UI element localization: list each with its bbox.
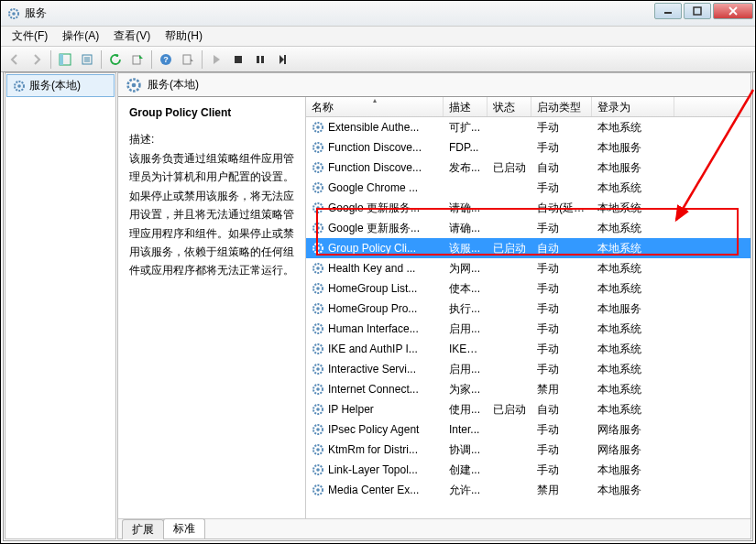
svg-point-33 [316, 206, 320, 210]
refresh-button[interactable] [105, 49, 126, 70]
table-row[interactable]: Interactive Servi...启用...手动本地系统 [306, 359, 751, 379]
cell-startup: 手动 [531, 442, 592, 458]
list-body[interactable]: Extensible Authe...可扩...手动本地系统Function D… [306, 117, 751, 518]
cell-name: IP Helper [328, 403, 374, 416]
col-header-name[interactable]: 名称▴ [306, 97, 444, 116]
col-header-status[interactable]: 状态 [488, 97, 531, 116]
gear-icon [312, 181, 324, 194]
svg-point-1 [12, 12, 16, 16]
table-row[interactable]: IPsec Policy AgentInter...手动网络服务 [306, 419, 751, 440]
cell-desc: 创建... [444, 462, 488, 478]
show-hide-tree-button[interactable] [55, 49, 75, 70]
maximize-button[interactable] [684, 3, 711, 19]
table-row[interactable]: Function Discove...FDP...手动本地服务 [306, 137, 751, 158]
cell-logon: 本地系统 [592, 362, 674, 377]
tab-extended[interactable]: 扩展 [122, 519, 164, 539]
svg-point-47 [316, 347, 320, 351]
back-button[interactable] [5, 49, 25, 70]
cell-startup: 手动 [531, 342, 592, 357]
table-row[interactable]: Health Key and ...为网...手动本地系统 [306, 258, 751, 278]
content-title: 服务(本地) [148, 77, 199, 92]
cell-desc: 为网... [444, 261, 488, 277]
tab-standard[interactable]: 标准 [163, 518, 205, 539]
close-button[interactable] [713, 3, 753, 19]
cell-desc: 启用... [444, 362, 488, 377]
svg-point-35 [316, 226, 320, 230]
table-row[interactable]: Extensible Authe...可扩...手动本地系统 [306, 117, 751, 137]
table-row[interactable]: Internet Connect...为家...禁用本地系统 [306, 379, 751, 399]
table-row[interactable]: Media Center Ex...允许...禁用本地服务 [306, 480, 751, 500]
menu-file[interactable]: 文件(F) [5, 27, 55, 46]
window-title: 服务 [25, 5, 47, 21]
gear-icon [312, 443, 324, 456]
table-row[interactable]: Link-Layer Topol...创建...手动本地服务 [306, 460, 751, 480]
cell-status: 已启动 [488, 402, 531, 418]
window-controls [654, 3, 753, 19]
minimize-button[interactable] [654, 3, 682, 19]
table-row[interactable]: Group Policy Cli...该服...已启动自动本地系统 [306, 238, 751, 258]
properties-button[interactable] [77, 49, 97, 70]
table-row[interactable]: Human Interface...启用...手动本地系统 [306, 319, 751, 339]
separator [50, 50, 51, 69]
svg-point-61 [316, 488, 320, 492]
col-header-logon[interactable]: 登录为 [592, 97, 674, 116]
table-row[interactable]: Google 更新服务...请确...自动(延迟...本地系统 [306, 198, 751, 218]
gear-icon [312, 302, 324, 315]
app-icon [6, 6, 21, 21]
cell-name: Group Policy Cli... [328, 242, 416, 255]
cell-logon: 本地系统 [592, 180, 674, 196]
table-row[interactable]: Function Discove...发布...已启动自动本地服务 [306, 158, 751, 178]
table-row[interactable]: HomeGroup List...使本...手动本地系统 [306, 278, 751, 299]
menu-help[interactable]: 帮助(H) [158, 27, 210, 46]
svg-point-43 [316, 307, 320, 310]
cell-startup: 自动 [531, 402, 592, 418]
table-row[interactable]: Google 更新服务...请确...手动本地系统 [306, 218, 751, 238]
menu-view[interactable]: 查看(V) [106, 27, 158, 46]
svg-rect-18 [261, 56, 264, 63]
cell-startup: 自动 [531, 160, 592, 176]
cell-name: Google 更新服务... [328, 221, 420, 236]
export-button[interactable] [127, 49, 148, 70]
help-dropdown-button[interactable] [178, 49, 198, 70]
cell-name: Function Discove... [328, 161, 422, 174]
table-row[interactable]: HomeGroup Pro...执行...手动本地服务 [306, 299, 751, 319]
cell-logon: 本地系统 [592, 201, 674, 216]
svg-rect-17 [257, 56, 259, 63]
col-header-desc[interactable]: 描述 [444, 97, 488, 116]
svg-rect-16 [235, 56, 242, 63]
detail-desc-label: 描述: [129, 132, 296, 147]
menu-bar: 文件(F) 操作(A) 查看(V) 帮助(H) [1, 27, 755, 47]
pause-button[interactable] [250, 49, 270, 70]
table-row[interactable]: IP Helper使用...已启动自动本地系统 [306, 399, 751, 419]
menu-action[interactable]: 操作(A) [55, 27, 106, 46]
cell-logon: 本地服务 [592, 140, 674, 156]
svg-text:?: ? [163, 55, 169, 64]
table-row[interactable]: IKE and AuthIP I...IKEE...手动本地系统 [306, 339, 751, 359]
stop-button[interactable] [228, 49, 248, 70]
cell-startup: 手动 [531, 120, 592, 136]
forward-button[interactable] [27, 49, 47, 70]
cell-name: HomeGroup Pro... [328, 302, 417, 315]
tree-root-services-local[interactable]: 服务(本地) [6, 74, 115, 97]
table-row[interactable]: Google Chrome ...手动本地系统 [306, 178, 751, 198]
help-button[interactable]: ? [156, 49, 176, 70]
svg-point-41 [316, 287, 320, 290]
table-row[interactable]: KtmRm for Distri...协调...手动网络服务 [306, 440, 751, 460]
cell-desc: 发布... [444, 160, 488, 176]
svg-rect-15 [183, 55, 191, 64]
cell-name: Google Chrome ... [328, 181, 418, 194]
cell-logon: 本地系统 [592, 241, 674, 256]
restart-button[interactable] [272, 49, 292, 70]
start-button[interactable] [206, 49, 226, 70]
gear-icon [312, 121, 324, 134]
tree-root-label: 服务(本地) [29, 78, 81, 93]
svg-point-29 [316, 166, 320, 169]
gear-icon [312, 242, 324, 255]
tree-pane[interactable]: 服务(本地) [5, 72, 116, 539]
cell-desc: 执行... [444, 301, 488, 317]
col-header-startup[interactable]: 启动类型 [531, 97, 592, 116]
gear-icon [312, 322, 324, 335]
cell-logon: 本地系统 [592, 342, 674, 357]
cell-logon: 网络服务 [592, 422, 674, 438]
cell-logon: 本地服务 [592, 301, 674, 317]
